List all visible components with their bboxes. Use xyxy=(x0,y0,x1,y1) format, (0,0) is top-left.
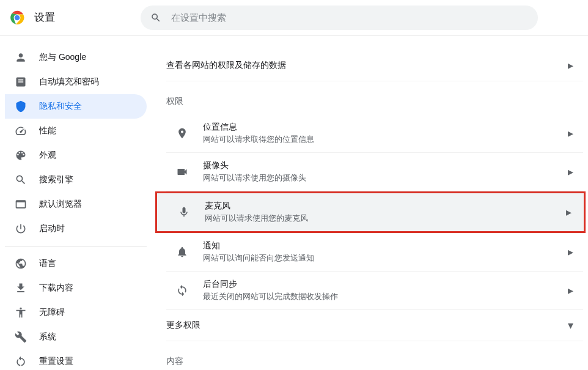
chevron-right-icon: ▸ xyxy=(568,165,573,179)
permission-microphone[interactable]: 麦克风 网站可以请求使用您的麦克风 ▸ xyxy=(155,191,586,233)
search-container[interactable] xyxy=(141,6,538,30)
permission-title: 通知 xyxy=(203,240,568,251)
permission-camera[interactable]: 摄像头 网站可以请求使用您的摄像头 ▸ xyxy=(166,153,583,191)
search-input[interactable] xyxy=(171,12,528,23)
view-site-data-label: 查看各网站的权限及储存的数据 xyxy=(166,60,286,71)
more-permissions-label: 更多权限 xyxy=(166,320,200,331)
sidebar-item-performance[interactable]: 性能 xyxy=(5,119,147,143)
sidebar-item-label: 下载内容 xyxy=(39,283,73,294)
permission-location[interactable]: 位置信息 网站可以请求取得您的位置信息 ▸ xyxy=(166,114,583,153)
permission-title: 麦克风 xyxy=(205,201,566,212)
bell-icon xyxy=(176,246,188,258)
sidebar-item-downloads[interactable]: 下载内容 xyxy=(5,276,147,300)
sidebar-item-label: 搜索引擎 xyxy=(39,174,73,185)
view-site-data-row[interactable]: 查看各网站的权限及储存的数据 ▸ xyxy=(166,50,583,81)
permission-title: 位置信息 xyxy=(203,122,568,133)
permission-background-sync[interactable]: 后台同步 最近关闭的网站可以完成数据收发操作 ▸ xyxy=(166,272,583,310)
accessibility-icon xyxy=(15,306,27,319)
palette-icon xyxy=(15,149,27,161)
permission-desc: 网站可以请求使用您的麦克风 xyxy=(205,213,566,224)
chrome-logo-icon xyxy=(10,10,24,25)
browser-icon xyxy=(15,198,27,210)
sidebar-item-accessibility[interactable]: 无障碍 xyxy=(5,300,147,325)
sidebar-item-language[interactable]: 语言 xyxy=(5,251,147,276)
sidebar-item-search-engine[interactable]: 搜索引擎 xyxy=(5,168,147,192)
sidebar-item-label: 自动填充和密码 xyxy=(39,76,99,87)
sidebar-item-startup[interactable]: 启动时 xyxy=(5,216,147,241)
permission-notifications[interactable]: 通知 网站可以询问能否向您发送通知 ▸ xyxy=(166,233,583,272)
sidebar-item-label: 您与 Google xyxy=(39,52,86,63)
permission-desc: 最近关闭的网站可以完成数据收发操作 xyxy=(203,291,568,302)
sidebar-item-label: 性能 xyxy=(39,125,56,136)
sidebar-item-label: 重置设置 xyxy=(39,356,73,367)
autofill-icon xyxy=(15,76,27,88)
globe-icon xyxy=(15,257,27,270)
person-icon xyxy=(15,51,27,64)
permission-desc: 网站可以请求使用您的摄像头 xyxy=(203,172,568,183)
chevron-down-icon: ▾ xyxy=(568,319,573,332)
sidebar-item-privacy-security[interactable]: 隐私和安全 xyxy=(5,94,147,119)
permission-desc: 网站可以询问能否向您发送通知 xyxy=(203,253,568,264)
page-title: 设置 xyxy=(34,10,55,24)
header: 设置 xyxy=(0,0,588,35)
power-icon xyxy=(15,223,27,235)
sidebar-item-label: 系统 xyxy=(39,331,56,342)
sidebar-item-system[interactable]: 系统 xyxy=(5,325,147,349)
sidebar-item-label: 语言 xyxy=(39,258,56,269)
sync-icon xyxy=(176,284,188,297)
sidebar-item-appearance[interactable]: 外观 xyxy=(5,143,147,168)
content-heading: 内容 xyxy=(166,341,583,370)
chevron-right-icon: ▸ xyxy=(566,205,571,219)
camera-icon xyxy=(176,166,188,178)
chevron-right-icon: ▸ xyxy=(568,284,573,297)
sidebar-divider xyxy=(5,246,147,246)
chevron-right-icon: ▸ xyxy=(568,59,573,72)
sidebar-item-label: 无障碍 xyxy=(39,307,65,318)
sidebar-item-default-browser[interactable]: 默认浏览器 xyxy=(5,192,147,216)
location-icon xyxy=(176,127,188,139)
sidebar-item-label: 外观 xyxy=(39,150,56,161)
mic-icon xyxy=(178,206,190,218)
sidebar-item-reset[interactable]: 重置设置 xyxy=(5,349,147,370)
permissions-heading: 权限 xyxy=(166,81,583,114)
sidebar-item-you-google[interactable]: 您与 Google xyxy=(5,45,147,70)
permission-desc: 网站可以请求取得您的位置信息 xyxy=(203,134,568,145)
search-engine-icon xyxy=(15,174,27,186)
permission-title: 后台同步 xyxy=(203,279,568,290)
main-content: 查看各网站的权限及储存的数据 ▸ 权限 位置信息 网站可以请求取得您的位置信息 … xyxy=(152,35,588,370)
sidebar-item-label: 启动时 xyxy=(39,223,65,234)
sidebar-item-label: 默认浏览器 xyxy=(39,199,82,210)
search-icon xyxy=(150,12,161,23)
shield-icon xyxy=(15,100,27,113)
more-permissions-row[interactable]: 更多权限 ▾ xyxy=(166,310,583,341)
chevron-right-icon: ▸ xyxy=(568,127,573,140)
svg-point-4 xyxy=(15,15,20,20)
wrench-icon xyxy=(15,331,27,343)
sidebar-item-autofill[interactable]: 自动填充和密码 xyxy=(5,70,147,94)
reset-icon xyxy=(15,355,27,368)
speed-icon xyxy=(15,125,27,137)
sidebar-item-label: 隐私和安全 xyxy=(39,101,82,112)
permission-title: 摄像头 xyxy=(203,160,568,171)
chevron-right-icon: ▸ xyxy=(568,245,573,259)
download-icon xyxy=(15,282,27,294)
sidebar: 您与 Google 自动填充和密码 隐私和安全 性能 外观 xyxy=(0,35,152,370)
